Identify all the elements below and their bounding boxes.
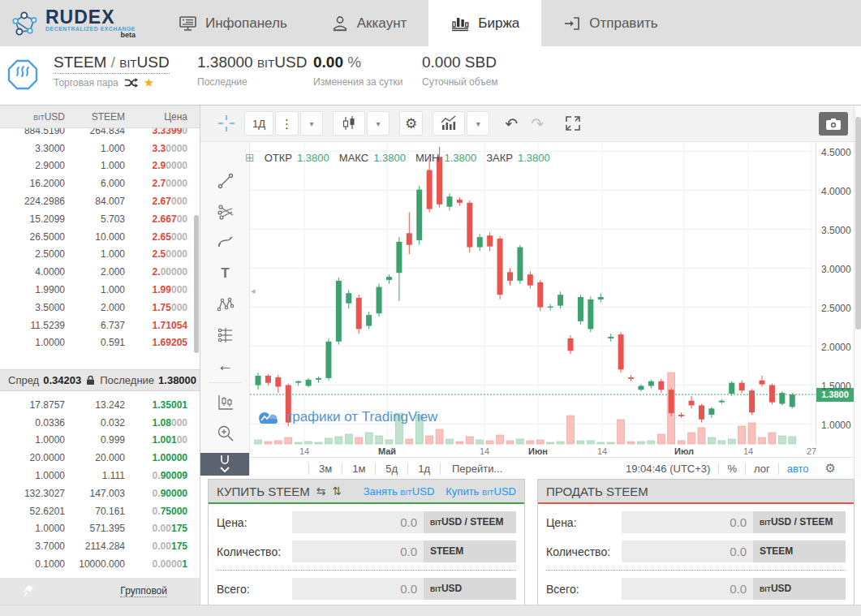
toolbar-separator	[209, 382, 242, 383]
orderbook-ask-row[interactable]: 3.3000 1.000 3.30000	[0, 140, 200, 157]
forecast-tool[interactable]	[214, 324, 236, 346]
orderbook-bid-row[interactable]: 0.0336 0.032 1.08000	[0, 414, 200, 432]
sell-total-input[interactable]: 0.0	[622, 578, 753, 600]
chart-plot-area[interactable]	[250, 142, 816, 446]
orderbook-ask-row[interactable]: 16.2000 6.000 2.70000	[0, 174, 200, 192]
orderbook-bid-row[interactable]: 1.0000 0.999 1.00100	[0, 432, 200, 450]
sell-quantity-input[interactable]: 0.0	[622, 541, 753, 562]
orderbook-ask-row[interactable]: 15.2099 5.703 2.66700	[0, 210, 200, 228]
redo-button[interactable]: ↷	[525, 111, 549, 136]
interval-button[interactable]: 1Д	[244, 111, 273, 136]
range-3m-button[interactable]: 3м	[308, 463, 342, 475]
log-scale-toggle[interactable]: лог	[745, 463, 778, 475]
screenshot-button[interactable]	[819, 112, 848, 136]
grouping-toggle[interactable]: Групповой	[120, 585, 167, 597]
orderbook-bid-row[interactable]: 0.1000 10000.000 0.00001	[0, 555, 200, 573]
orderbook-ask-row[interactable]: 224.2986 84.007 2.67000	[0, 192, 200, 210]
high-value: 1.3800	[373, 152, 406, 164]
arrow-tool[interactable]: ←	[214, 355, 236, 377]
watermark-text: графики от TradingView	[287, 409, 437, 425]
range-5d-button[interactable]: 5д	[376, 463, 408, 475]
sell-price-input[interactable]: 0.0	[622, 511, 753, 533]
flip-panels-icon[interactable]: ⇅	[333, 485, 342, 498]
buy-total-input[interactable]: 0.0	[292, 578, 424, 600]
orderbook-bid-row[interactable]: 132.3027 147.003 0.90000	[0, 485, 200, 502]
nav-item-account[interactable]: Аккаунт	[309, 0, 429, 46]
nav-item-exchange[interactable]: Биржа	[428, 0, 541, 46]
orderbook-bid-row[interactable]: 52.6201 70.161 0.75000	[0, 502, 200, 520]
scroll-lock-icon[interactable]	[86, 375, 95, 386]
fullscreen-button[interactable]	[559, 111, 587, 136]
favorite-star-icon[interactable]: ★	[144, 78, 154, 88]
orderbook-bid-row[interactable]: 3.7000 2114.284 0.00175	[0, 537, 200, 555]
orderbook-ask-row[interactable]: 26.5000 10.000 2.65000	[0, 228, 200, 246]
page-scrollbar-track[interactable]	[854, 106, 861, 479]
interval-dropdown-caret[interactable]: ▾	[300, 111, 323, 136]
brush-tool[interactable]	[214, 231, 236, 253]
nav-item-dashboard[interactable]: Инфопанель	[157, 0, 309, 46]
indicators-caret[interactable]: ▾	[467, 111, 489, 136]
swap-buy-sell-icon[interactable]: ⇆	[316, 485, 326, 498]
range-1m-button[interactable]: 1м	[342, 463, 376, 475]
orderbook-bid-row[interactable]: 1.0000 571.395 0.00175	[0, 520, 200, 538]
xabcd-pattern-tool[interactable]	[214, 293, 236, 315]
page-scrollbar-thumb[interactable]	[855, 117, 861, 330]
buy-quantity-input[interactable]: 0.0	[292, 541, 424, 562]
text-tool[interactable]: T	[214, 262, 236, 284]
undo-button[interactable]: ↶	[499, 111, 523, 136]
horizontal-scrollbar-track[interactable]	[0, 605, 861, 616]
hide-drawing-toolbar-button[interactable]	[200, 453, 249, 476]
nav-item-send[interactable]: Отправить	[541, 0, 679, 46]
orderbook-ask-row[interactable]: 1.0000 0.591 1.69205	[0, 334, 200, 352]
axis-settings-gear-icon[interactable]: ⚙	[817, 461, 844, 476]
orderbook-bid-row[interactable]: 20.0000 20.000 1.00000	[0, 449, 200, 467]
orderbook-ask-row[interactable]: 3.5000 2.000 1.75000	[0, 299, 200, 317]
orderbook-ask-row[interactable]: 4.0000 2.000 2.00000	[0, 263, 200, 281]
buy-price-input[interactable]: 0.0	[292, 511, 424, 533]
panel-collapse-chevron[interactable]: ◂	[251, 286, 256, 296]
orderbook-ask-row[interactable]: 2.9000 1.000 2.90000	[0, 157, 200, 175]
pin-icon[interactable]	[23, 584, 34, 597]
clock-label[interactable]: 19:04:46 (UTC+3)	[618, 463, 718, 475]
bars-pattern-tool[interactable]	[214, 391, 236, 413]
swap-pair-icon[interactable]	[124, 77, 138, 88]
price-axis-label: 1.5000	[821, 381, 851, 392]
range-1d-button[interactable]: 1д	[408, 463, 441, 475]
zoom-in-tool[interactable]	[214, 422, 236, 444]
price-axis[interactable]: 1.3800 4.50004.00003.50003.00002.50002.0…	[816, 142, 854, 446]
pair-title[interactable]: STEEM / bitUSD	[54, 54, 170, 74]
legend-expand-icon[interactable]: ⊞	[245, 151, 255, 164]
buy-bitusd-link[interactable]: Купить bitUSD	[446, 485, 516, 498]
percent-scale-toggle[interactable]: %	[718, 463, 745, 475]
chart-settings-button[interactable]: ⚙	[399, 111, 423, 136]
intervals-menu-button[interactable]: ⋮	[275, 111, 299, 136]
orderbook-ask-row[interactable]: 1.9900 1.000 1.99000	[0, 281, 200, 299]
ohlc-legend: ⊞ ОТКР1.3800 МАКС1.3800 МИН1.3800 ЗАКР1.…	[245, 151, 550, 164]
chart-style-caret[interactable]: ▾	[367, 111, 390, 136]
goto-date-button[interactable]: Перейти...	[441, 463, 514, 475]
trend-line-tool[interactable]	[214, 170, 236, 192]
orderbook-scrollbar[interactable]	[194, 215, 199, 353]
time-axis[interactable]: 14Май14Июн14Июл1427	[250, 446, 816, 458]
orderbook-ask-row[interactable]: 11.5239 6.737 1.71054	[0, 317, 200, 334]
rudex-logo[interactable]: RUDEX DECENTRALIZED EXCHANGE beta	[0, 0, 147, 46]
borrow-bitusd-link[interactable]: Занять bitUSD	[364, 485, 435, 498]
order-price: 0.90009	[125, 470, 200, 481]
candlestick-chart[interactable]	[250, 142, 816, 446]
tradingview-logo-icon	[257, 410, 280, 424]
auto-scale-toggle[interactable]: авто	[778, 463, 817, 475]
orderbook-bid-row[interactable]: 17.8757 13.242 1.35001	[0, 396, 200, 414]
stat-last-price: 1.38000 bitUSD Последние	[197, 54, 307, 88]
order-price: 2.90000	[125, 160, 200, 171]
pair-quote-prefix: bit	[119, 58, 136, 70]
nav-item-label: Аккаунт	[357, 15, 407, 32]
indicators-button[interactable]	[433, 111, 465, 136]
pitchfork-tool[interactable]	[214, 200, 236, 222]
orderbook-ask-row[interactable]: 2.5000 1.000 2.50000	[0, 246, 200, 264]
order-price: 1.75000	[125, 302, 200, 313]
chart-style-button[interactable]	[333, 111, 365, 136]
order-price: 2.66700	[125, 213, 200, 225]
orderbook-bid-row[interactable]: 1.0000 1.111 0.90009	[0, 467, 200, 485]
order-amount: 17.8757	[0, 399, 65, 411]
crosshair-icon[interactable]	[217, 114, 236, 133]
